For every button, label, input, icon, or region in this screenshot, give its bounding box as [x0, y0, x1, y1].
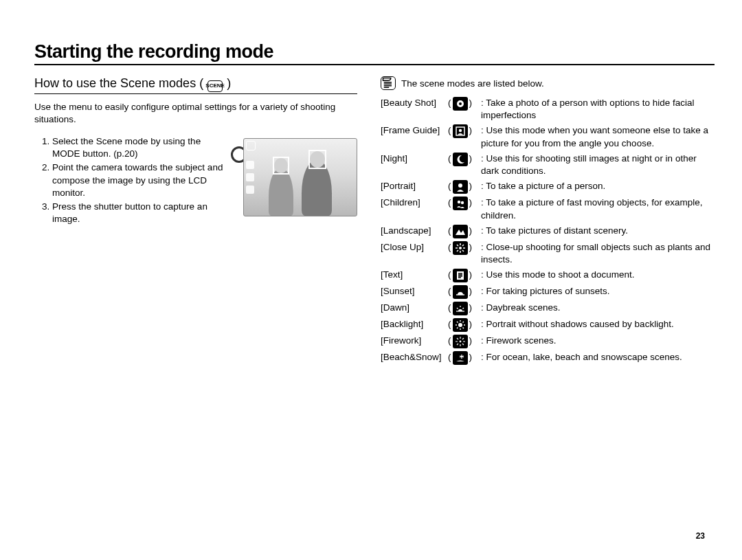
scene-row: [Portrait](): To take a picture of a per…: [381, 180, 715, 194]
scene-icon-cell: (): [448, 124, 480, 138]
scene-row: [Night](): Use this for shooting still i…: [381, 153, 715, 177]
scene-label: [Firework]: [381, 335, 447, 347]
step-item: Press the shutter button to capture an i…: [52, 201, 229, 225]
subhead-text: How to use the Scene modes (: [34, 76, 203, 91]
scene-row: [Landscape](): To take pictures of dista…: [381, 225, 715, 238]
scene-icon-cell: (): [448, 269, 480, 282]
focus-box-icon: [308, 150, 326, 169]
manual-page: Starting the recording mode How to use t…: [0, 0, 742, 560]
scene-icon-cell: (): [448, 302, 480, 315]
lcd-preview-figure: [239, 135, 357, 216]
focus-box-icon: [273, 157, 289, 175]
scene-label: [Dawn]: [381, 302, 447, 314]
scene-icon-cell: (): [448, 335, 480, 348]
scene-icon-cell: (): [448, 318, 480, 332]
night-icon: [453, 153, 468, 166]
page-title: Starting the recording mode: [34, 41, 715, 65]
subhead-close: ): [227, 76, 231, 91]
section-subhead: How to use the Scene modes ( SCENE ): [34, 76, 357, 94]
scene-mode-icon: SCENE: [207, 80, 223, 92]
lcd-screen: [243, 138, 357, 216]
scene-icon-cell: (): [448, 153, 480, 166]
beachsnow-icon: [453, 351, 468, 365]
note-row: The scene modes are listed below.: [381, 76, 715, 90]
scene-label: [Close Up]: [381, 241, 447, 254]
beauty-icon: [453, 97, 468, 111]
scene-label: [Beach&Snow]: [381, 351, 447, 363]
scene-description: : For taking pictures of sunsets.: [481, 285, 715, 298]
backlight-icon: [453, 318, 468, 332]
firework-icon: [453, 335, 468, 348]
left-column: How to use the Scene modes ( SCENE ) Use…: [34, 76, 357, 368]
scene-description: : Firework scenes.: [481, 335, 715, 347]
dawn-icon: [453, 302, 468, 315]
scene-label: [Portrait]: [381, 180, 447, 192]
note-icon: [381, 76, 396, 90]
scene-row: [Sunset](): For taking pictures of sunse…: [381, 285, 715, 299]
scene-label: [Landscape]: [381, 225, 447, 237]
right-column: The scene modes are listed below. [Beaut…: [381, 76, 715, 368]
scene-row: [Beach&Snow](): For ocean, lake, beach a…: [381, 351, 715, 365]
scene-description: : To take pictures of distant scenery.: [481, 225, 715, 237]
portrait-icon: [453, 180, 468, 194]
scene-icon-cell: (): [448, 197, 480, 210]
scene-row: [Beauty Shot](): Take a photo of a perso…: [381, 97, 715, 122]
scene-description: : Use this mode when you want someone el…: [481, 124, 715, 149]
closeup-icon: [453, 241, 468, 255]
scene-label: [Frame Guide]: [381, 124, 447, 137]
scene-row: [Children](): To take a picture of fast …: [381, 197, 715, 221]
scene-row: [Dawn](): Daybreak scenes.: [381, 302, 715, 315]
steps-list: Select the Scene mode by using the MODE …: [34, 135, 229, 227]
lcd-side-icons: [246, 161, 254, 194]
sunset-icon: [453, 285, 468, 299]
intro-text: Use the menu to easily configure optimal…: [34, 101, 357, 126]
scene-icon-cell: (): [448, 225, 480, 238]
scene-icon-cell: (): [448, 180, 480, 194]
lcd-mode-icon: [246, 141, 256, 150]
two-column-layout: How to use the Scene modes ( SCENE ) Use…: [34, 76, 715, 368]
scene-row: [Frame Guide](): Use this mode when you …: [381, 124, 715, 149]
scene-label: [Night]: [381, 153, 447, 165]
scene-row: [Backlight](): Portrait without shadows …: [381, 318, 715, 332]
scene-row: [Firework](): Firework scenes.: [381, 335, 715, 348]
step-item: Select the Scene mode by using the MODE …: [52, 135, 229, 160]
scene-description: : Close-up shooting for small objects su…: [481, 241, 715, 266]
scene-label: [Text]: [381, 269, 447, 281]
scene-icon-cell: (): [448, 285, 480, 299]
scene-label: [Backlight]: [381, 318, 447, 331]
scene-description: : Use this for shooting still images at …: [481, 153, 715, 177]
scene-label: [Sunset]: [381, 285, 447, 298]
scene-icon-cell: (): [448, 241, 480, 255]
frame-icon: [453, 124, 468, 138]
note-text: The scene modes are listed below.: [401, 78, 544, 89]
scene-row: [Close Up](): Close-up shooting for smal…: [381, 241, 715, 266]
scene-description: : Take a photo of a person with options …: [481, 97, 715, 122]
scene-description: : To take a picture of a person.: [481, 180, 715, 192]
steps-and-figure: Select the Scene mode by using the MODE …: [34, 135, 357, 227]
scene-label: [Beauty Shot]: [381, 97, 447, 109]
children-icon: [453, 197, 468, 210]
landscape-icon: [453, 225, 468, 238]
scene-mode-table: [Beauty Shot](): Take a photo of a perso…: [381, 97, 715, 365]
scene-description: : Portrait without shadows caused by bac…: [481, 318, 715, 331]
text-icon: [453, 269, 468, 282]
scene-description: : To take a picture of fast moving objec…: [481, 197, 715, 221]
scene-icon-cell: (): [448, 351, 480, 365]
step-item: Point the camera towards the subject and…: [52, 161, 229, 199]
scene-description: : For ocean, lake, beach and snowscape s…: [481, 351, 715, 363]
scene-row: [Text](): Use this mode to shoot a docum…: [381, 269, 715, 282]
scene-description: : Use this mode to shoot a document.: [481, 269, 715, 281]
scene-icon-cell: (): [448, 97, 480, 111]
scene-label: [Children]: [381, 197, 447, 209]
page-number: 23: [696, 531, 705, 541]
scene-description: : Daybreak scenes.: [481, 302, 715, 314]
